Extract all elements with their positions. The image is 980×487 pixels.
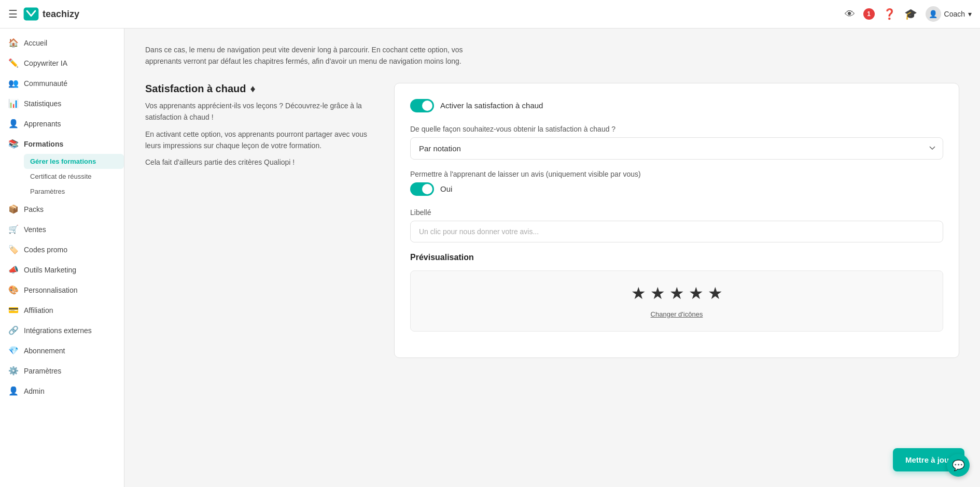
sidebar-label-admin: Admin: [24, 387, 45, 395]
content-left: Satisfaction à chaud ♦️ Vos apprenants a…: [145, 83, 379, 174]
sidebar-label-integrations: Intégrations externes: [24, 326, 92, 335]
settings-icon: ⚙️: [8, 366, 19, 376]
logo-icon: [23, 7, 39, 21]
sidebar-item-personnalisation[interactable]: 🎨 Personnalisation: [0, 280, 124, 300]
integrations-icon: 🔗: [8, 325, 19, 335]
star-3: ★: [669, 283, 684, 303]
sidebar-label-copywriter-ia: Copywriter IA: [24, 59, 67, 67]
dropdown-group: De quelle façon souhaitez-vous obtenir l…: [410, 125, 943, 160]
section-desc-2: En activant cette option, vos apprenants…: [145, 128, 379, 152]
section-desc-3: Cela fait d'ailleurs partie des critères…: [145, 156, 379, 168]
notation-select[interactable]: Par notation Par émoji Par curseur: [410, 137, 943, 160]
sidebar: 🏠 Accueil ✏️ Copywriter IA 👥 Communauté …: [0, 28, 124, 487]
user-menu[interactable]: 👤 Coach ▾: [926, 6, 972, 22]
sidebar-item-communaute[interactable]: 👥 Communauté: [0, 73, 124, 93]
main-content: Dans ce cas, le menu de navigation peut …: [124, 28, 980, 487]
sidebar-item-formations[interactable]: 📚 Formations: [0, 134, 124, 154]
libelle-group: Libellé: [410, 208, 943, 242]
logo-text: teachizy: [43, 9, 79, 20]
sidebar-item-abonnement[interactable]: 💎 Abonnement: [0, 340, 124, 361]
avatar-icon: 👤: [929, 10, 937, 18]
sidebar-sub-certificat[interactable]: Certificat de réussite: [24, 169, 124, 184]
star-5: ★: [708, 283, 723, 303]
content-right: Activer la satisfaction à chaud De quell…: [394, 83, 959, 358]
layout: 🏠 Accueil ✏️ Copywriter IA 👥 Communauté …: [0, 28, 980, 487]
avatar: 👤: [926, 6, 941, 22]
sidebar-label-formations: Formations: [24, 140, 63, 148]
sidebar-item-codes-promo[interactable]: 🏷️ Codes promo: [0, 239, 124, 260]
navbar-left: ☰ teachizy: [8, 7, 79, 21]
sidebar-item-integrations[interactable]: 🔗 Intégrations externes: [0, 320, 124, 340]
section-desc-1: Vos apprenants apprécient-ils vos leçons…: [145, 100, 379, 123]
libelle-label: Libellé: [410, 208, 943, 217]
sidebar-sub-parametres-formations[interactable]: Paramètres: [24, 184, 124, 199]
sidebar-item-ventes[interactable]: 🛒 Ventes: [0, 219, 124, 239]
sidebar-label-outils-marketing: Outils Marketing: [24, 266, 76, 274]
chat-widget[interactable]: 💬: [947, 454, 970, 477]
preview-box: ★ ★ ★ ★ ★ Changer d'icônes: [410, 270, 943, 332]
toggle-activer-row: Activer la satisfaction à chaud: [410, 99, 943, 112]
stars-preview: ★ ★ ★ ★ ★: [423, 283, 930, 303]
diamond-icon: ♦️: [250, 83, 256, 95]
sidebar-label-codes-promo: Codes promo: [24, 246, 67, 254]
ventes-icon: 🛒: [8, 224, 19, 234]
help-icon[interactable]: ❓: [883, 8, 896, 20]
packs-icon: 📦: [8, 204, 19, 214]
toggle-avis-row: Oui: [410, 182, 943, 196]
graduation-icon[interactable]: 🎓: [904, 8, 917, 20]
section-description: Vos apprenants apprécient-ils vos leçons…: [145, 100, 379, 168]
notification-count: 1: [863, 8, 875, 20]
toggle-activer-satisfaction[interactable]: [410, 99, 434, 112]
svg-rect-0: [24, 8, 39, 21]
toggle-activer-slider: [410, 99, 434, 112]
eye-icon[interactable]: 👁: [845, 8, 855, 20]
sidebar-item-accueil[interactable]: 🏠 Accueil: [0, 33, 124, 53]
admin-icon: 👤: [8, 386, 19, 396]
libelle-input[interactable]: [410, 221, 943, 242]
sidebar-label-apprenants: Apprenants: [24, 120, 61, 128]
sidebar-label-parametres: Paramètres: [24, 367, 61, 375]
hamburger-icon[interactable]: ☰: [8, 8, 18, 20]
toggle-avis-slider: [410, 182, 434, 196]
sidebar-label-personnalisation: Personnalisation: [24, 286, 78, 294]
avis-label: Permettre à l'apprenant de laisser un av…: [410, 170, 943, 178]
star-2: ★: [650, 283, 665, 303]
sidebar-item-parametres[interactable]: ⚙️ Paramètres: [0, 361, 124, 381]
intro-text: Dans ce cas, le menu de navigation peut …: [145, 44, 482, 67]
community-icon: 👥: [8, 78, 19, 88]
sidebar-label-affiliation: Affiliation: [24, 306, 53, 314]
settings-card: Activer la satisfaction à chaud De quell…: [394, 83, 959, 358]
sidebar-label-communaute: Communauté: [24, 79, 67, 88]
content-row: Satisfaction à chaud ♦️ Vos apprenants a…: [145, 83, 959, 358]
sidebar-item-packs[interactable]: 📦 Packs: [0, 199, 124, 219]
abonnement-icon: 💎: [8, 346, 19, 355]
toggle-avis-label: Oui: [440, 184, 452, 193]
preview-title: Prévisualisation: [410, 253, 943, 262]
personalisation-icon: 🎨: [8, 285, 19, 295]
change-icons-link[interactable]: Changer d'icônes: [651, 310, 703, 318]
sidebar-item-admin[interactable]: 👤 Admin: [0, 381, 124, 401]
formations-icon: 📚: [8, 139, 19, 149]
codes-promo-icon: 🏷️: [8, 245, 19, 254]
section-header: Satisfaction à chaud ♦️: [145, 83, 379, 95]
dropdown-label: De quelle façon souhaitez-vous obtenir l…: [410, 125, 943, 133]
chart-icon: 📊: [8, 98, 19, 108]
sidebar-label-ventes: Ventes: [24, 225, 46, 234]
sidebar-item-affiliation[interactable]: 💳 Affiliation: [0, 300, 124, 320]
sidebar-item-apprenants[interactable]: 👤 Apprenants: [0, 113, 124, 134]
affiliation-icon: 💳: [8, 305, 19, 315]
sidebar-sub-gerer-formations[interactable]: Gérer les formations: [24, 154, 124, 169]
sidebar-label-statistiques: Statistiques: [24, 99, 61, 108]
notification-badge[interactable]: 1: [863, 8, 875, 20]
user-icon: 👤: [8, 119, 19, 128]
star-1: ★: [631, 283, 646, 303]
sidebar-item-copywriter-ia[interactable]: ✏️ Copywriter IA: [0, 53, 124, 73]
star-4: ★: [689, 283, 704, 303]
chevron-down-icon: ▾: [968, 10, 972, 18]
logo[interactable]: teachizy: [23, 7, 79, 21]
sidebar-item-outils-marketing[interactable]: 📣 Outils Marketing: [0, 260, 124, 280]
preview-section: Prévisualisation ★ ★ ★ ★ ★ Changer d'icô…: [410, 253, 943, 332]
toggle-avis[interactable]: [410, 182, 434, 196]
sidebar-item-statistiques[interactable]: 📊 Statistiques: [0, 93, 124, 113]
toggle-activer-label: Activer la satisfaction à chaud: [440, 101, 543, 110]
